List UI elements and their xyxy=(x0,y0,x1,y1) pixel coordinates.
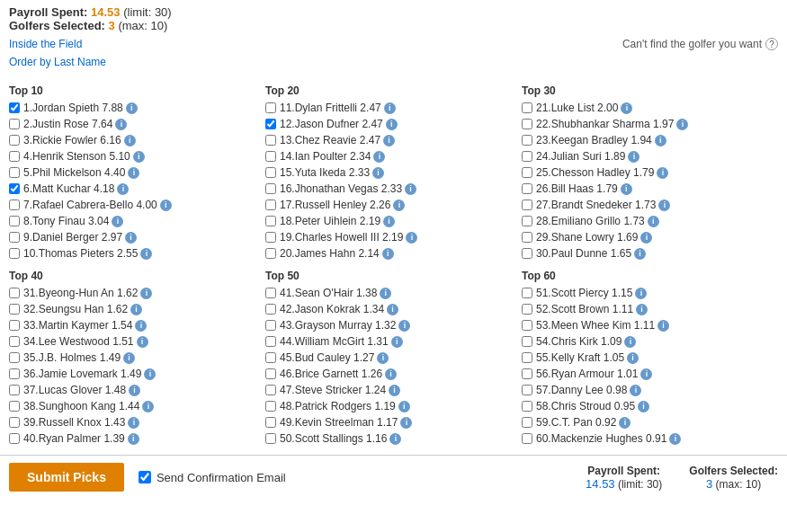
golfer-checkbox[interactable] xyxy=(9,385,20,395)
golfer-checkbox[interactable] xyxy=(9,119,20,129)
info-icon[interactable]: i xyxy=(382,248,394,260)
info-icon[interactable]: i xyxy=(137,336,148,348)
golfer-checkbox[interactable] xyxy=(9,232,20,243)
info-icon[interactable]: i xyxy=(373,151,385,163)
info-icon[interactable]: i xyxy=(636,304,648,315)
info-icon[interactable]: i xyxy=(372,167,384,179)
info-icon[interactable]: i xyxy=(128,417,139,429)
golfer-checkbox[interactable] xyxy=(9,183,20,194)
info-icon[interactable]: i xyxy=(621,102,632,114)
golfer-checkbox[interactable] xyxy=(522,304,532,315)
golfer-checkbox[interactable] xyxy=(9,417,20,428)
info-icon[interactable]: i xyxy=(129,385,140,396)
golfer-checkbox[interactable] xyxy=(522,417,532,428)
golfer-checkbox[interactable] xyxy=(265,167,276,178)
help-icon[interactable]: ? xyxy=(765,38,778,50)
golfer-checkbox[interactable] xyxy=(265,417,276,428)
golfer-checkbox[interactable] xyxy=(522,200,532,210)
inside-field-link[interactable]: Inside the Field xyxy=(9,38,82,50)
golfer-checkbox[interactable] xyxy=(265,102,276,113)
golfer-checkbox[interactable] xyxy=(522,119,532,129)
golfer-checkbox[interactable] xyxy=(9,200,20,210)
golfer-checkbox[interactable] xyxy=(265,288,276,298)
golfer-checkbox[interactable] xyxy=(9,352,20,363)
info-icon[interactable]: i xyxy=(627,352,639,364)
info-icon[interactable]: i xyxy=(400,417,412,429)
golfer-checkbox[interactable] xyxy=(522,433,532,444)
info-icon[interactable]: i xyxy=(133,151,145,163)
info-icon[interactable]: i xyxy=(142,401,154,412)
info-icon[interactable]: i xyxy=(405,183,416,195)
golfer-checkbox[interactable] xyxy=(265,183,276,194)
info-icon[interactable]: i xyxy=(130,304,142,315)
info-icon[interactable]: i xyxy=(387,304,398,315)
info-icon[interactable]: i xyxy=(140,248,152,260)
info-icon[interactable]: i xyxy=(648,216,659,227)
info-icon[interactable]: i xyxy=(389,385,400,396)
info-icon[interactable]: i xyxy=(658,200,670,211)
golfer-checkbox[interactable] xyxy=(522,352,532,363)
golfer-checkbox[interactable] xyxy=(9,433,20,444)
golfer-checkbox[interactable] xyxy=(9,135,20,146)
info-icon[interactable]: i xyxy=(393,200,405,211)
info-icon[interactable]: i xyxy=(640,232,652,244)
golfer-checkbox[interactable] xyxy=(522,102,532,113)
golfer-checkbox[interactable] xyxy=(265,119,276,129)
info-icon[interactable]: i xyxy=(140,288,152,299)
info-icon[interactable]: i xyxy=(128,167,139,179)
info-icon[interactable]: i xyxy=(655,135,666,146)
golfer-checkbox[interactable] xyxy=(522,368,532,379)
golfer-checkbox[interactable] xyxy=(522,151,532,162)
info-icon[interactable]: i xyxy=(383,135,395,146)
info-icon[interactable]: i xyxy=(389,433,401,445)
info-icon[interactable]: i xyxy=(123,352,135,364)
golfer-checkbox[interactable] xyxy=(265,385,276,395)
golfer-checkbox[interactable] xyxy=(9,320,20,331)
golfer-checkbox[interactable] xyxy=(9,288,20,298)
info-icon[interactable]: i xyxy=(384,102,396,114)
info-icon[interactable]: i xyxy=(398,401,410,412)
info-icon[interactable]: i xyxy=(657,167,668,179)
info-icon[interactable]: i xyxy=(621,183,632,195)
golfer-checkbox[interactable] xyxy=(522,216,532,226)
info-icon[interactable]: i xyxy=(640,368,652,380)
golfer-checkbox[interactable] xyxy=(9,304,20,315)
golfer-checkbox[interactable] xyxy=(9,401,20,412)
info-icon[interactable]: i xyxy=(657,320,669,332)
info-icon[interactable]: i xyxy=(380,288,391,299)
info-icon[interactable]: i xyxy=(383,216,395,227)
info-icon[interactable]: i xyxy=(635,288,647,299)
golfer-checkbox[interactable] xyxy=(265,352,276,363)
info-icon[interactable]: i xyxy=(128,433,139,445)
confirm-email-label[interactable]: Send Confirmation Email xyxy=(139,471,286,484)
golfer-checkbox[interactable] xyxy=(265,232,276,243)
info-icon[interactable]: i xyxy=(144,368,156,380)
golfer-checkbox[interactable] xyxy=(265,336,276,347)
info-icon[interactable]: i xyxy=(117,183,129,195)
golfer-checkbox[interactable] xyxy=(522,385,532,395)
golfer-checkbox[interactable] xyxy=(265,433,276,444)
info-icon[interactable]: i xyxy=(669,433,681,445)
info-icon[interactable]: i xyxy=(624,336,636,348)
golfer-checkbox[interactable] xyxy=(522,183,532,194)
info-icon[interactable]: i xyxy=(638,401,649,412)
golfer-checkbox[interactable] xyxy=(265,135,276,146)
golfer-checkbox[interactable] xyxy=(9,216,20,226)
info-icon[interactable]: i xyxy=(391,336,403,348)
golfer-checkbox[interactable] xyxy=(265,216,276,226)
golfer-checkbox[interactable] xyxy=(522,135,532,146)
golfer-checkbox[interactable] xyxy=(522,167,532,178)
confirm-email-checkbox[interactable] xyxy=(139,471,151,483)
info-icon[interactable]: i xyxy=(634,248,646,260)
info-icon[interactable]: i xyxy=(386,119,398,130)
info-icon[interactable]: i xyxy=(385,368,397,380)
info-icon[interactable]: i xyxy=(112,216,123,227)
golfer-checkbox[interactable] xyxy=(522,232,532,243)
order-by-link[interactable]: Order by Last Name xyxy=(9,56,106,68)
info-icon[interactable]: i xyxy=(676,119,688,130)
golfer-checkbox[interactable] xyxy=(265,151,276,162)
golfer-checkbox[interactable] xyxy=(522,288,532,298)
golfer-checkbox[interactable] xyxy=(265,304,276,315)
info-icon[interactable]: i xyxy=(630,385,641,396)
golfer-checkbox[interactable] xyxy=(522,248,532,259)
